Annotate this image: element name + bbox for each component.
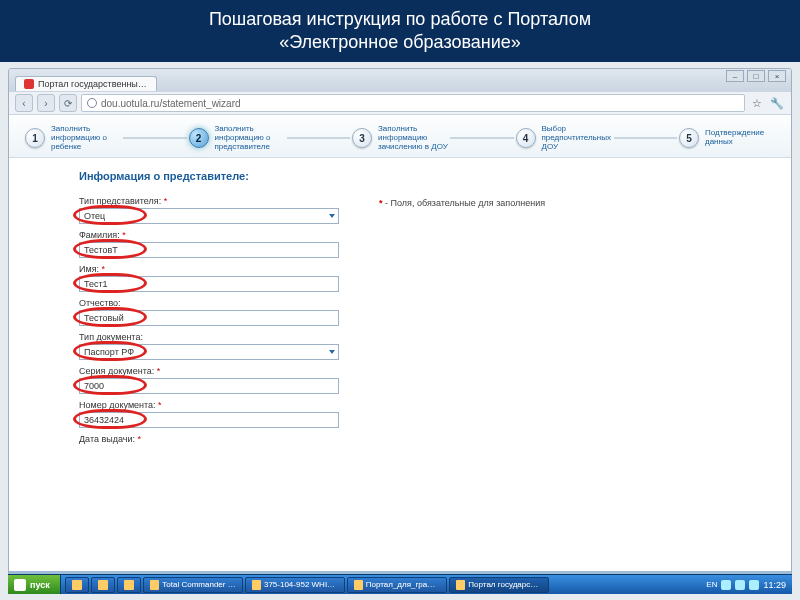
step-connector <box>614 137 678 139</box>
address-toolbar: ‹ › ⟳ dou.uotula.ru/statement_wizard ☆ 🔧 <box>9 91 791 115</box>
page-content: 1 Заполнить информацию о ребенке 2 Запол… <box>9 115 791 579</box>
label-firstname: Имя: * <box>79 264 339 274</box>
app-icon <box>150 580 160 590</box>
step-1[interactable]: 1 Заполнить информацию о ребенке <box>25 125 121 151</box>
step-3-label: Заполнить информацию зачислению в ДОУ <box>378 125 448 151</box>
tabstrip: Портал государственных ус <box>9 69 791 91</box>
field-issue-date: Дата выдачи: * <box>79 434 339 444</box>
app-icon <box>354 580 363 590</box>
step-1-label: Заполнить информацию о ребенке <box>51 125 121 151</box>
quicklaunch-item[interactable] <box>91 577 115 593</box>
label-doc-number: Номер документа: * <box>79 400 339 410</box>
tray-icon[interactable] <box>749 580 759 590</box>
section-title: Информация о представителе: <box>79 170 773 182</box>
browser-window: Портал государственных ус ‹ › ⟳ dou.uotu… <box>8 68 792 580</box>
globe-icon <box>87 98 97 108</box>
step-4-circle: 4 <box>516 128 536 148</box>
taskbar-app-active[interactable]: Портал государств... <box>449 577 549 593</box>
app-icon <box>456 580 466 590</box>
address-bar[interactable]: dou.uotula.ru/statement_wizard <box>81 94 745 112</box>
input-lastname[interactable] <box>79 242 339 258</box>
favicon-icon <box>24 79 34 89</box>
step-4[interactable]: 4 Выбор предпочтительных ДОУ <box>516 125 612 151</box>
select-doc-type[interactable]: Паспорт РФ <box>79 344 339 360</box>
label-rep-type: Тип представителя: * <box>79 196 339 206</box>
taskbar-app[interactable]: Портал_для_гражда... <box>347 577 447 593</box>
step-1-circle: 1 <box>25 128 45 148</box>
wrench-icon[interactable]: 🔧 <box>769 95 785 111</box>
field-middlename: Отчество: <box>79 298 339 326</box>
field-doc-type: Тип документа: Паспорт РФ <box>79 332 339 360</box>
input-firstname[interactable] <box>79 276 339 292</box>
step-3-circle: 3 <box>352 128 372 148</box>
asterisk-icon: * <box>379 198 383 208</box>
field-rep-type: Тип представителя: * Отец <box>79 196 339 224</box>
system-tray: EN 11:29 <box>700 580 792 590</box>
quicklaunch-item[interactable] <box>65 577 89 593</box>
slide-title-line2: «Электронное образование» <box>209 31 591 54</box>
field-doc-series: Серия документа: * <box>79 366 339 394</box>
slide-title-line1: Пошаговая инструкция по работе с Портало… <box>209 8 591 31</box>
taskbar-app[interactable]: 375-104-952 WHITE... <box>245 577 345 593</box>
app-icon <box>72 580 82 590</box>
step-5[interactable]: 5 Подтверждение данных <box>679 128 775 148</box>
tray-icon[interactable] <box>721 580 731 590</box>
windows-taskbar: пуск Total Commander 6... 375-104-952 WH… <box>8 574 792 594</box>
required-note-text: - Поля, обязательные для заполнения <box>385 198 545 208</box>
window-controls: – □ × <box>726 70 786 82</box>
step-connector <box>450 137 514 139</box>
taskbar-app[interactable]: Total Commander 6... <box>143 577 243 593</box>
input-doc-number[interactable] <box>79 412 339 428</box>
url-text: dou.uotula.ru/statement_wizard <box>101 98 241 109</box>
step-2-label: Заполнить информацию о представителе <box>215 125 285 151</box>
tray-icon[interactable] <box>735 580 745 590</box>
app-icon <box>98 580 108 590</box>
slide-title-banner: Пошаговая инструкция по работе с Портало… <box>0 0 800 62</box>
taskbar-clock[interactable]: 11:29 <box>763 580 786 590</box>
step-4-label: Выбор предпочтительных ДОУ <box>542 125 612 151</box>
language-indicator[interactable]: EN <box>706 580 717 589</box>
input-middlename[interactable] <box>79 310 339 326</box>
step-3[interactable]: 3 Заполнить информацию зачислению в ДОУ <box>352 125 448 151</box>
tab-title: Портал государственных ус <box>38 79 148 89</box>
start-label: пуск <box>30 580 50 590</box>
step-2[interactable]: 2 Заполнить информацию о представителе <box>189 125 285 151</box>
label-doc-type: Тип документа: <box>79 332 339 342</box>
label-issue-date: Дата выдачи: * <box>79 434 339 444</box>
select-rep-type[interactable]: Отец <box>79 208 339 224</box>
app-icon <box>252 580 261 590</box>
field-lastname: Фамилия: * <box>79 230 339 258</box>
taskbar-items: Total Commander 6... 375-104-952 WHITE..… <box>61 575 701 594</box>
window-close[interactable]: × <box>768 70 786 82</box>
window-minimize[interactable]: – <box>726 70 744 82</box>
input-doc-series[interactable] <box>79 378 339 394</box>
windows-flag-icon <box>14 579 26 591</box>
step-2-circle: 2 <box>189 128 209 148</box>
browser-screenshot: – □ × Портал государственных ус ‹ › ⟳ do… <box>0 62 800 600</box>
step-connector <box>287 137 351 139</box>
slide-title: Пошаговая инструкция по работе с Портало… <box>209 8 591 55</box>
label-doc-series: Серия документа: * <box>79 366 339 376</box>
quicklaunch-item[interactable] <box>117 577 141 593</box>
start-button[interactable]: пуск <box>8 575 61 594</box>
progress-stepper: 1 Заполнить информацию о ребенке 2 Запол… <box>9 115 791 158</box>
forward-button[interactable]: › <box>37 94 55 112</box>
field-doc-number: Номер документа: * <box>79 400 339 428</box>
reload-button[interactable]: ⟳ <box>59 94 77 112</box>
step-5-circle: 5 <box>679 128 699 148</box>
bookmark-star-icon[interactable]: ☆ <box>749 95 765 111</box>
browser-tab[interactable]: Портал государственных ус <box>15 76 157 91</box>
step-connector <box>123 137 187 139</box>
field-firstname: Имя: * <box>79 264 339 292</box>
label-middlename: Отчество: <box>79 298 339 308</box>
app-icon <box>124 580 134 590</box>
back-button[interactable]: ‹ <box>15 94 33 112</box>
step-5-label: Подтверждение данных <box>705 129 775 147</box>
form-area: Информация о представителе: * - Поля, об… <box>9 158 791 444</box>
window-maximize[interactable]: □ <box>747 70 765 82</box>
label-lastname: Фамилия: * <box>79 230 339 240</box>
required-note: * - Поля, обязательные для заполнения <box>379 198 545 208</box>
